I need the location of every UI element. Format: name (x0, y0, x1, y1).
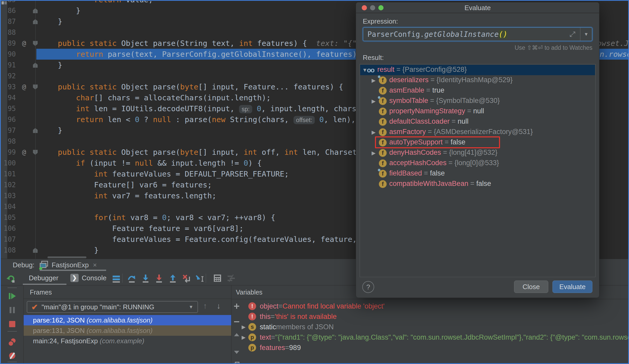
result-tree[interactable]: ▼ooresult = {ParserConfig@528}▶fdeserial… (360, 64, 596, 277)
step-out-icon[interactable] (168, 273, 178, 283)
variable-row[interactable]: ▶sstatic members of JSON (242, 322, 628, 332)
expand-arrow-icon[interactable]: ▶ (372, 129, 375, 135)
annotation-gutter-icon: @ (22, 81, 26, 92)
expand-arrow-icon[interactable]: ▶ (372, 77, 375, 83)
code-text: int var7 = features.length; (40, 190, 216, 201)
previous-frame-button[interactable]: ↑ (203, 302, 207, 310)
field-icon: f (379, 149, 387, 157)
thread-label: "main"@1 in group "main": RUNNING (42, 303, 189, 311)
drop-frame-icon[interactable] (181, 273, 192, 283)
show-execution-point-icon[interactable] (111, 273, 121, 283)
result-tree-row[interactable]: ▶fsymbolTable = {SymbolTable@530} (360, 96, 595, 106)
variable-row[interactable]: !object = Cannot find local variable 'ob… (242, 301, 628, 311)
code-text: for(int var8 = 0; var8 < var7; ++var8) { (40, 212, 275, 223)
force-step-into-icon[interactable] (154, 273, 164, 283)
result-tree-row[interactable]: ▶fasmFactory = {ASMDeserializerFactory@5… (360, 127, 595, 137)
toolbar-separator (8, 288, 17, 288)
editor-horizontal-scrollbar[interactable] (47, 256, 86, 258)
watch-result-icon: oo (367, 66, 374, 74)
stop-icon[interactable] (7, 319, 17, 329)
next-frame-button[interactable]: ↓ (217, 302, 221, 310)
pause-icon[interactable] (7, 305, 17, 315)
expand-arrow-icon[interactable]: ▶ (242, 324, 248, 330)
error-badge-icon: ! (248, 313, 256, 320)
stack-frame-row[interactable]: main:24, FastjsonExp (com.example) (24, 336, 231, 346)
chevron-down-icon: ▼ (189, 304, 193, 310)
line-number: 99 (1, 147, 16, 158)
line-number: 92 (1, 71, 16, 81)
code-text: } (40, 245, 99, 256)
result-tree-row[interactable]: ▶fdeserializers = {IdentityHashMap@529} (360, 75, 595, 86)
frames-header: Frames (24, 285, 231, 299)
expression-input[interactable]: ParserConfig.getGlobalInstance() ⤢ ▼ (363, 27, 592, 41)
resume-icon[interactable] (7, 291, 17, 301)
expression-label: Expression: (363, 17, 398, 25)
step-into-icon[interactable] (140, 273, 151, 283)
code-text: } (40, 16, 62, 27)
ide-window: 85 return value;86 }87 }8889@ public sta… (0, 0, 629, 364)
code-text: if (input != null && input.length != 0) … (40, 158, 262, 169)
mute-breakpoints-icon[interactable] (7, 351, 17, 361)
close-tab-icon[interactable]: × (93, 261, 97, 269)
result-tree-row[interactable]: ffieldBased = false (360, 169, 595, 179)
layout-settings-icon[interactable] (226, 273, 236, 283)
code-text: public static Object parse(byte[] input,… (40, 81, 343, 92)
line-number: 91 (1, 60, 16, 71)
view-breakpoints-icon[interactable] (7, 337, 17, 347)
evaluate-button[interactable]: Evaluate (552, 281, 592, 293)
toolbar-separator (122, 274, 122, 283)
evaluate-expression-icon[interactable] (212, 273, 223, 283)
thread-selector[interactable]: ✔ "main"@1 in group "main": RUNNING ▼ (27, 301, 198, 313)
expand-editor-icon[interactable]: ⤢ (570, 30, 575, 39)
variable-row[interactable]: !this = 'this' is not available (242, 311, 628, 322)
result-tree-row[interactable]: fdefaultClassLoader = null (360, 117, 595, 127)
tab-debugger[interactable]: Debugger (29, 271, 58, 285)
stack-frame-row[interactable]: parse:131, JSON (com.alibaba.fastjson) (24, 325, 231, 336)
debugger-tab-indicator (23, 284, 66, 285)
result-tree-row[interactable]: fasmEnable = true (360, 86, 595, 96)
line-number: 107 (1, 234, 16, 245)
code-text: char[] chars = allocateChars(input.lengt… (40, 92, 271, 103)
help-button[interactable]: ? (362, 281, 374, 293)
field-icon: f (379, 76, 387, 84)
code-text: Feature[] var6 = features; (40, 179, 212, 190)
result-tree-row[interactable]: ▼ooresult = {ParserConfig@528} (360, 65, 595, 75)
line-number: 102 (1, 179, 16, 190)
result-tree-row[interactable]: ▶fdenyHashCodes = {long[41]@532} (360, 148, 595, 158)
run-to-cursor-icon[interactable] (195, 273, 205, 283)
code-text: } (40, 125, 62, 136)
result-tree-row[interactable]: fautoTypeSupport = false (360, 137, 595, 148)
close-button[interactable]: Close (514, 281, 548, 293)
expand-arrow-icon[interactable]: ▶ (242, 334, 248, 340)
variable-row[interactable]: pfeatures = 989 (242, 342, 628, 353)
code-text: } (40, 5, 80, 16)
line-number: 85 (1, 1, 16, 5)
line-number: 93 (1, 81, 16, 92)
variable-row[interactable]: ▶ptext = "{"rand1": {"@type": "java.lang… (242, 332, 628, 342)
result-tree-row[interactable]: fpropertyNamingStrategy = null (360, 106, 595, 117)
result-tree-row[interactable]: fcompatibleWithJavaBean = false (360, 179, 595, 189)
code-text: featureValues = Feature.config(featureVa… (40, 234, 381, 245)
field-icon: f (379, 139, 387, 146)
tab-console[interactable]: ❯ Console (70, 271, 106, 285)
dialog-titlebar[interactable]: Evaluate (356, 2, 599, 13)
step-over-icon[interactable] (127, 273, 137, 283)
field-icon: f (379, 170, 387, 178)
expand-arrow-icon[interactable]: ▼ (362, 67, 367, 73)
stack-frame-row[interactable]: parse:162, JSON (com.alibaba.fastjson) (24, 315, 231, 325)
line-number: 98 (1, 136, 16, 147)
result-tree-row[interactable]: facceptHashCodes = {long[0]@533} (360, 158, 595, 169)
code-text: int len = IOUtils.decodeUTF8(input, sp: … (40, 103, 365, 114)
expression-text: ParserConfig.getGlobalInstance() (367, 30, 570, 39)
code-text: return len < 0 ? null : parse(new String… (40, 114, 405, 125)
getter-dot-icon (378, 169, 380, 171)
expression-history-dropdown[interactable]: ▼ (580, 28, 592, 41)
variable-kind-icon: p (248, 344, 256, 352)
field-icon: f (379, 108, 387, 115)
run-configuration-tab[interactable]: FastjsonExp × (40, 259, 97, 271)
code-text: return parse(text, ParserConfig.getGloba… (40, 49, 361, 60)
run-configuration-icon (40, 261, 49, 269)
expand-arrow-icon[interactable]: ▶ (372, 98, 375, 104)
rerun-icon[interactable] (6, 273, 16, 283)
expand-arrow-icon[interactable]: ▶ (372, 150, 375, 156)
